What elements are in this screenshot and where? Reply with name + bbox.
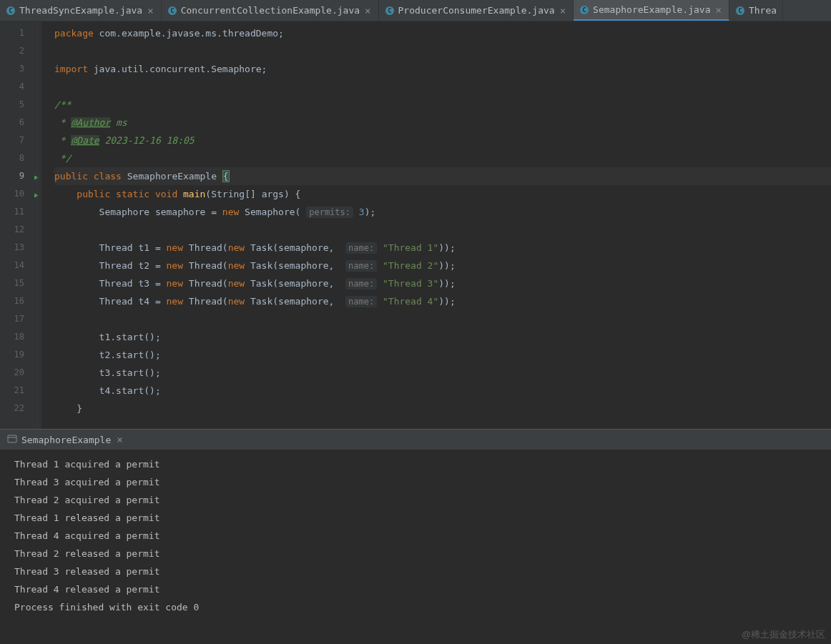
run-config-icon [7,434,17,446]
console-line: Process finished with exit code 0 [14,598,817,616]
run-console: SemaphoreExample × Thread 1 acquired a p… [0,429,831,644]
line-number: 16 [0,292,41,310]
java-class-icon: C [6,6,16,16]
line-number: 6 [0,114,41,132]
svg-text:C: C [9,7,12,14]
code-line: /** [54,96,831,114]
svg-rect-10 [8,435,16,442]
tab-cutoff[interactable]: C Threa [729,0,783,21]
code-line: import java.util.concurrent.Semaphore; [54,60,831,78]
parameter-hint: name: [345,242,377,254]
code-line: t3.start(); [54,364,831,382]
tab-label: SemaphoreExample.java [593,4,710,15]
line-number: 11 [0,203,41,221]
console-tabs: SemaphoreExample × [0,430,831,450]
java-class-icon: C [167,6,177,16]
code-line: Thread t3 = new Thread(new Task(semaphor… [54,274,831,292]
line-number: 12 [0,221,41,239]
code-area[interactable]: package com.example.javase.ms.threadDemo… [41,21,831,429]
line-number: 7 [0,132,41,149]
console-line: Thread 3 acquired a permit [14,473,817,491]
code-line: Thread t2 = new Thread(new Task(semaphor… [54,257,831,274]
close-icon[interactable]: × [714,4,722,16]
line-number: 3 [0,60,41,78]
line-number: 18 [0,328,41,346]
tab-label: ProducerConsumerExample.java [398,5,555,16]
watermark: @稀土掘金技术社区 [742,628,825,641]
line-number: 10▶ [0,185,41,203]
parameter-hint: name: [345,296,377,307]
java-class-icon: C [735,6,745,16]
tab-threadsync[interactable]: C ThreadSyncExample.java × [0,0,162,21]
parameter-hint: name: [345,260,377,272]
code-line: Thread t1 = new Thread(new Task(semaphor… [54,239,831,257]
code-line: t4.start(); [54,382,831,400]
code-line: Semaphore semaphore = new Semaphore( per… [54,203,831,221]
console-line: Thread 1 acquired a permit [14,455,817,473]
run-tab-label: SemaphoreExample [21,435,111,445]
java-class-icon: C [579,5,589,15]
line-number: 4 [0,78,41,96]
close-icon[interactable]: × [146,5,154,16]
svg-text:C: C [582,6,586,14]
code-line: } [54,400,831,417]
parameter-hint: permits: [306,207,353,218]
tab-label: ConcurrentCollectionExample.java [181,5,360,16]
tab-label: Threa [749,5,777,16]
line-number: 20 [0,364,41,382]
code-line: Thread t4 = new Thread(new Task(semaphor… [54,292,831,310]
run-tab[interactable]: SemaphoreExample × [0,430,132,450]
code-line: t2.start(); [54,346,831,364]
tab-producer[interactable]: C ProducerConsumerExample.java × [379,0,574,21]
svg-text:C: C [388,7,391,14]
java-class-icon: C [385,6,395,16]
close-icon[interactable]: × [559,5,567,16]
code-line: public class SemaphoreExample { [54,167,831,185]
line-number: 15 [0,274,41,292]
line-number: 8 [0,149,41,167]
line-number: 14 [0,257,41,274]
console-line: Thread 2 released a permit [14,545,817,563]
svg-text:C: C [170,7,174,14]
code-line: t1.start(); [54,328,831,346]
line-number: 19 [0,346,41,364]
close-icon[interactable]: × [363,5,372,16]
line-number: 1 [0,24,41,42]
console-line: Thread 4 released a permit [14,580,817,598]
line-number: 21 [0,382,41,400]
parameter-hint: name: [345,278,377,289]
line-number: 17 [0,310,41,328]
run-marker-icon[interactable]: ▶ [34,185,39,203]
code-line [54,221,831,239]
tab-concurrent[interactable]: C ConcurrentCollectionExample.java × [162,0,379,21]
console-output[interactable]: Thread 1 acquired a permit Thread 3 acqu… [0,450,831,644]
code-editor[interactable]: 1 2 3 4 5 6 7 8 9▶ 10▶ 11 12 13 14 15 16… [0,21,831,429]
tab-semaphore[interactable]: C SemaphoreExample.java × [574,0,729,21]
line-number: 5 [0,96,41,114]
code-line: * @Date 2023-12-16 18:05 [54,132,831,149]
svg-text:C: C [738,7,742,14]
run-marker-icon[interactable]: ▶ [34,167,39,185]
line-number: 22 [0,400,41,417]
code-line [54,42,831,60]
line-number: 13 [0,239,41,257]
code-line [54,310,831,328]
tab-label: ThreadSyncExample.java [19,5,142,16]
console-line: Thread 1 released a permit [14,509,817,527]
code-line: */ [54,149,831,167]
indent-guide [37,21,38,429]
console-line: Thread 2 acquired a permit [14,491,817,509]
line-number: 9▶ [0,167,41,185]
console-line: Thread 4 acquired a permit [14,527,817,545]
code-line [54,78,831,96]
console-line: Thread 3 released a permit [14,563,817,580]
code-line: public static void main(String[] args) { [54,185,831,203]
line-gutter: 1 2 3 4 5 6 7 8 9▶ 10▶ 11 12 13 14 15 16… [0,21,41,429]
editor-tabs: C ThreadSyncExample.java × C ConcurrentC… [0,0,831,21]
close-icon[interactable]: × [115,434,124,445]
line-number: 2 [0,42,41,60]
code-line: package com.example.javase.ms.threadDemo… [54,24,831,42]
code-line: * @Author ms [54,114,831,132]
